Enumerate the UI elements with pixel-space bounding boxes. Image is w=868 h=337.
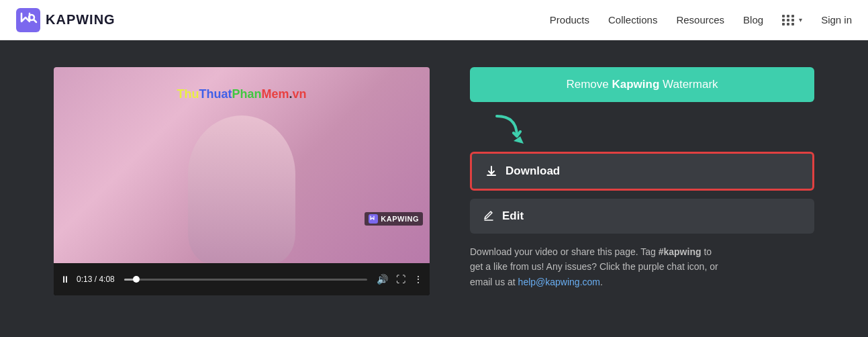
fullscreen-button[interactable]: ⛶ [396, 274, 405, 285]
video-controls: ⏸ 0:13 / 4:08 🔊 ⛶ ⋮ [54, 263, 430, 295]
kapwing-logo-icon [16, 8, 40, 32]
more-options-button[interactable]: ⋮ [414, 274, 423, 285]
download-label: Download [505, 164, 560, 178]
arrow-container [470, 113, 814, 146]
download-button[interactable]: Download [470, 152, 814, 191]
edit-button[interactable]: Edit [470, 199, 814, 234]
remove-watermark-brand: Kapwing [612, 78, 659, 91]
progress-thumb [133, 276, 140, 283]
time-display: 0:13 / 4:08 [77, 275, 115, 284]
video-player[interactable]: ThuThuatPhanMem.vn KAPWING ⏸ 0:13 / 4:08 [54, 67, 430, 295]
progress-fill [124, 279, 136, 281]
sign-in-button[interactable]: Sign in [821, 14, 852, 26]
progress-bar[interactable] [124, 279, 367, 281]
nav-blog[interactable]: Blog [743, 14, 763, 26]
download-arrow-icon [490, 113, 530, 146]
nav-links: Products Collections Resources Blog ▾ Si… [550, 14, 852, 26]
edit-icon [483, 211, 494, 222]
apps-chevron-icon: ▾ [799, 16, 802, 23]
desc-part1: Download your video or share this page. … [470, 246, 659, 257]
edit-label: Edit [502, 209, 524, 223]
desc-email-link[interactable]: help@kapwing.com [518, 277, 600, 287]
play-pause-button[interactable]: ⏸ [60, 274, 70, 285]
download-arrow-down-icon [485, 165, 497, 177]
pencil-icon [483, 211, 494, 222]
volume-button[interactable]: 🔊 [377, 274, 388, 285]
video-overlay-text: ThuThuatPhanMem.vn [177, 87, 306, 101]
logo-area: KAPWING [16, 8, 550, 32]
header: KAPWING Products Collections Resources B… [0, 0, 868, 40]
desc-part3: . [600, 277, 603, 287]
video-person-silhouette [188, 115, 295, 263]
apps-grid-icon[interactable]: ▾ [782, 15, 802, 26]
video-thumbnail: ThuThuatPhanMem.vn KAPWING [54, 67, 430, 263]
nav-resources[interactable]: Resources [676, 14, 724, 26]
main-content: ThuThuatPhanMem.vn KAPWING ⏸ 0:13 / 4:08 [0, 40, 868, 337]
download-icon [485, 165, 497, 177]
controls-right: 🔊 ⛶ ⋮ [377, 274, 423, 285]
remove-watermark-button[interactable]: Remove Kapwing Watermark [470, 67, 814, 102]
nav-collections[interactable]: Collections [608, 14, 657, 26]
video-kapwing-watermark: KAPWING [365, 212, 423, 226]
kapwing-wm-icon [369, 214, 378, 224]
description-text: Download your video or share this page. … [470, 244, 725, 289]
desc-hashtag: #kapwing [659, 246, 702, 257]
nav-products[interactable]: Products [550, 14, 589, 26]
svg-marker-3 [514, 136, 524, 144]
right-panel: Remove Kapwing Watermark Download [470, 67, 814, 289]
logo-text: KAPWING [46, 12, 115, 28]
kapwing-wm-label: KAPWING [381, 215, 419, 223]
apps-dots [782, 15, 795, 26]
